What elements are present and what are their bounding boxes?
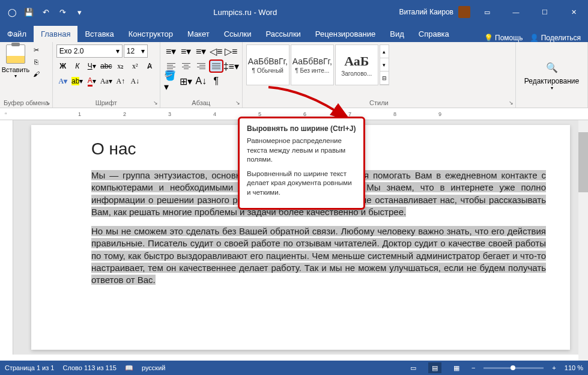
group-font: Exo 2.0▾ 12▾ Ж К Ч▾ abc x₂ x² A̷ A▾ ab▾ … (53, 42, 160, 108)
sort-icon[interactable]: A↓ (194, 75, 208, 88)
justify-tooltip: Выровнять по ширине (Ctrl+J) Равномерное… (238, 117, 365, 210)
tab-home[interactable]: Главная (34, 26, 77, 42)
tab-file[interactable]: Файл (0, 26, 34, 42)
show-marks-icon[interactable]: ¶ (209, 75, 223, 88)
underline-button[interactable]: Ч▾ (85, 59, 99, 73)
style-normal[interactable]: АаБбВвГг, ¶ Обычный (246, 44, 289, 85)
grow-font-icon[interactable]: A↑ (114, 75, 127, 88)
superscript-button[interactable]: x² (129, 59, 142, 73)
paragraph-launcher[interactable]: ↘ (235, 100, 240, 106)
group-clipboard: Вставить ▾ ✂ ⎘ 🖌 Буфер обмена ↘ (0, 42, 53, 108)
numbering-button[interactable]: ≡▾ (179, 44, 193, 58)
ruler-toggle-icon[interactable]: ▫ (5, 110, 13, 118)
zoom-out-icon[interactable]: − (471, 364, 475, 371)
gallery-down-icon[interactable]: ▾ (380, 58, 389, 72)
undo-icon[interactable]: ↶ (38, 5, 53, 19)
shrink-font-icon[interactable]: A↓ (129, 75, 142, 88)
tab-layout[interactable]: Макет (180, 26, 217, 42)
tab-mailings[interactable]: Рассылки (258, 26, 308, 42)
strike-button[interactable]: abc (100, 59, 113, 73)
group-editing: 🔍 Редактирование ▾ (516, 42, 588, 108)
paste-button[interactable]: Вставить ▾ (4, 44, 28, 98)
close-icon[interactable]: ✕ (562, 3, 586, 21)
style-heading1[interactable]: АаБ Заголово... (335, 44, 378, 85)
tab-design[interactable]: Конструктор (121, 26, 180, 42)
title-bar: ◯ 💾 ↶ ↷ ▾ Lumpics.ru - Word Виталий Каир… (0, 0, 588, 24)
tooltip-text-2: Выровненный по ширине текст делает края … (247, 169, 356, 198)
status-bar: Страница 1 из 1 Слово 113 из 115 📖 русск… (0, 361, 588, 375)
word-count[interactable]: Слово 113 из 115 (62, 364, 117, 371)
font-size-combo[interactable]: 12▾ (124, 44, 148, 58)
doc-paragraph-2[interactable]: Но мы не сможем это сделать без Вашей об… (91, 225, 546, 286)
text-effects-button[interactable]: A▾ (56, 75, 70, 88)
quick-access-toolbar: ◯ 💾 ↶ ↷ ▾ (0, 5, 91, 19)
gallery-up-icon[interactable]: ▴ (380, 45, 389, 58)
print-layout-icon[interactable]: ▤ (428, 362, 441, 373)
font-launcher[interactable]: ↘ (153, 100, 158, 106)
scrollbar-thumb[interactable] (578, 132, 588, 192)
user-name[interactable]: Виталий Каиров (399, 8, 453, 16)
find-icon[interactable]: 🔍 (546, 62, 558, 73)
ribbon-tabs: Файл Главная Вставка Конструктор Макет С… (0, 24, 588, 42)
zoom-slider[interactable] (483, 367, 544, 369)
vertical-ruler[interactable] (0, 120, 13, 355)
align-center-button[interactable] (179, 59, 193, 73)
read-mode-icon[interactable]: ▭ (407, 362, 420, 373)
increase-indent-icon[interactable]: ▷≡ (224, 44, 238, 58)
tab-insert[interactable]: Вставка (77, 26, 121, 42)
save-icon[interactable]: 💾 (22, 5, 36, 19)
autosave-toggle[interactable]: ◯ (5, 5, 19, 19)
zoom-in-icon[interactable]: + (552, 364, 556, 371)
change-case-button[interactable]: Aa▾ (100, 75, 113, 88)
subscript-button[interactable]: x₂ (114, 59, 127, 73)
spell-check-icon[interactable]: 📖 (125, 364, 133, 372)
clipboard-launcher[interactable]: ↘ (46, 100, 50, 106)
clear-format-icon[interactable]: A̷ (143, 59, 156, 73)
cut-icon[interactable]: ✂ (30, 44, 42, 55)
maximize-icon[interactable]: ☐ (533, 3, 557, 21)
minimize-icon[interactable]: — (504, 3, 528, 21)
language-indicator[interactable]: русский (142, 364, 165, 371)
highlight-button[interactable]: ab▾ (71, 75, 84, 88)
bold-button[interactable]: Ж (56, 59, 70, 73)
align-justify-button[interactable] (209, 59, 223, 73)
style-nospacing[interactable]: АаБбВвГг, ¶ Без инте... (291, 44, 334, 85)
ribbon-options-icon[interactable]: ▭ (475, 3, 499, 21)
vertical-scrollbar[interactable] (578, 120, 588, 361)
avatar[interactable] (458, 6, 470, 18)
bullets-button[interactable]: ≡▾ (164, 44, 178, 58)
align-right-button[interactable] (194, 59, 208, 73)
redo-icon[interactable]: ↷ (55, 5, 70, 19)
tell-me[interactable]: 💡 Помощь (484, 34, 523, 42)
tab-review[interactable]: Рецензирование (308, 26, 383, 42)
multilevel-button[interactable]: ≡▾ (194, 44, 208, 58)
styles-gallery-nav[interactable]: ▴ ▾ ⊟ (380, 44, 389, 85)
qat-more-icon[interactable]: ▾ (72, 5, 86, 19)
decrease-indent-icon[interactable]: ◁≡ (209, 44, 223, 58)
zoom-level[interactable]: 110 % (565, 364, 583, 371)
group-styles: АаБбВвГг, ¶ Обычный АаБбВвГг, ¶ Без инте… (243, 42, 516, 108)
shading-button[interactable]: 🪣▾ (164, 75, 178, 88)
format-painter-icon[interactable]: 🖌 (30, 69, 42, 79)
styles-launcher[interactable]: ↘ (509, 100, 514, 106)
tab-view[interactable]: Вид (383, 26, 411, 42)
clipboard-icon (6, 44, 25, 64)
share-button[interactable]: 👤 Поделиться (530, 34, 581, 42)
font-name-combo[interactable]: Exo 2.0▾ (56, 44, 123, 58)
group-paragraph: ≡▾ ≡▾ ≡▾ ◁≡ ▷≡ ‡≡▾ 🪣▾ ⊞▾ A↓ ¶ Абзац ↘ (160, 42, 243, 108)
gallery-more-icon[interactable]: ⊟ (380, 72, 389, 85)
font-color-button[interactable]: A▾ (85, 75, 99, 88)
web-layout-icon[interactable]: ▦ (450, 362, 463, 373)
tab-references[interactable]: Ссылки (217, 26, 259, 42)
copy-icon[interactable]: ⎘ (30, 56, 42, 67)
line-spacing-button[interactable]: ‡≡▾ (224, 59, 238, 73)
tooltip-text-1: Равномерное распределение текста между л… (247, 136, 356, 165)
document-title: Lumpics.ru - Word (91, 8, 399, 17)
italic-button[interactable]: К (71, 59, 84, 73)
ribbon: Вставить ▾ ✂ ⎘ 🖌 Буфер обмена ↘ Exo 2.0▾… (0, 42, 588, 108)
page-indicator[interactable]: Страница 1 из 1 (5, 364, 54, 371)
borders-button[interactable]: ⊞▾ (179, 75, 193, 88)
tooltip-title: Выровнять по ширине (Ctrl+J) (247, 124, 356, 133)
tab-help[interactable]: Справка (411, 26, 456, 42)
